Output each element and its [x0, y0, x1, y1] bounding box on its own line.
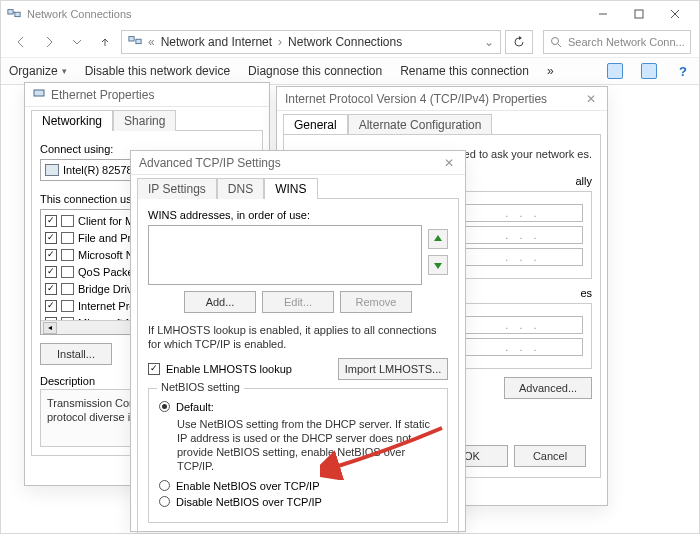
view-options-icon[interactable] — [607, 63, 623, 79]
maximize-button[interactable] — [621, 2, 657, 26]
explorer-addressbar: « Network and Internet › Network Connect… — [1, 27, 699, 57]
add-button[interactable]: Add... — [184, 291, 256, 313]
scroll-left-icon[interactable]: ◂ — [43, 322, 57, 334]
service-icon — [61, 266, 74, 278]
nic-icon — [33, 87, 45, 102]
preview-pane-icon[interactable] — [641, 63, 657, 79]
breadcrumb-leaf[interactable]: Network Connections — [288, 35, 402, 49]
ip-field: . . . — [463, 316, 583, 334]
help-icon[interactable]: ? — [675, 63, 691, 79]
refresh-button[interactable] — [505, 30, 533, 54]
tab-general[interactable]: General — [283, 114, 348, 135]
ip-field: . . . — [463, 204, 583, 222]
cmd-diagnose[interactable]: Diagnose this connection — [248, 64, 382, 78]
breadcrumb-icon — [128, 34, 142, 51]
explorer-title: Network Connections — [27, 8, 132, 20]
netbios-disable-label: Disable NetBIOS over TCP/IP — [176, 496, 322, 508]
move-down-button[interactable] — [428, 255, 448, 275]
enable-lmhosts-checkbox[interactable] — [148, 363, 160, 375]
svg-rect-6 — [34, 90, 44, 96]
svg-rect-2 — [635, 10, 643, 18]
breadcrumb-dropdown[interactable]: ⌄ — [484, 35, 494, 49]
tab-sharing[interactable]: Sharing — [113, 110, 176, 131]
service-icon — [61, 300, 74, 312]
wins-addresses-list[interactable] — [148, 225, 422, 285]
move-up-button[interactable] — [428, 229, 448, 249]
cancel-button[interactable]: Cancel — [514, 445, 586, 467]
breadcrumb[interactable]: « Network and Internet › Network Connect… — [121, 30, 501, 54]
tab-dns[interactable]: DNS — [217, 178, 264, 199]
netbios-enable-radio[interactable] — [159, 480, 170, 491]
adapter-icon — [45, 164, 59, 176]
tab-networking[interactable]: Networking — [31, 110, 113, 131]
ipv4-titlebar: Internet Protocol Version 4 (TCP/IPv4) P… — [277, 87, 607, 111]
nav-recent[interactable] — [65, 30, 89, 54]
explorer-titlebar: Network Connections — [1, 1, 699, 27]
network-connections-icon — [7, 7, 21, 21]
checkbox[interactable] — [45, 266, 57, 278]
checkbox[interactable] — [45, 300, 57, 312]
edit-button[interactable]: Edit... — [262, 291, 334, 313]
remove-button[interactable]: Remove — [340, 291, 412, 313]
advanced-tcpip-dialog: Advanced TCP/IP Settings ✕ IP Settings D… — [130, 150, 466, 532]
netbios-disable-radio[interactable] — [159, 496, 170, 507]
breadcrumb-root[interactable]: Network and Internet — [161, 35, 272, 49]
svg-point-5 — [552, 38, 559, 45]
nav-forward[interactable] — [37, 30, 61, 54]
dialog-title: Internet Protocol Version 4 (TCP/IPv4) P… — [285, 92, 547, 106]
advanced-button[interactable]: Advanced... — [504, 377, 592, 399]
ip-field: . . . — [463, 338, 583, 356]
netbios-enable-label: Enable NetBIOS over TCP/IP — [176, 480, 319, 492]
lmhosts-hint: If LMHOSTS lookup is enabled, it applies… — [148, 323, 448, 352]
close-icon[interactable]: ✕ — [441, 155, 457, 171]
svg-rect-0 — [8, 10, 13, 14]
service-icon — [61, 249, 74, 261]
checkbox[interactable] — [45, 232, 57, 244]
search-placeholder: Search Network Conn... — [568, 36, 685, 48]
cmd-overflow[interactable]: » — [547, 64, 554, 78]
cmd-organize[interactable]: Organize▾ — [9, 64, 67, 78]
netbios-default-label: Default: — [176, 401, 214, 413]
minimize-button[interactable] — [585, 2, 621, 26]
nav-back[interactable] — [9, 30, 33, 54]
search-input[interactable]: Search Network Conn... — [543, 30, 691, 54]
netbios-legend: NetBIOS setting — [157, 381, 244, 393]
netbios-group: NetBIOS setting Default: Use NetBIOS set… — [148, 388, 448, 523]
wins-addresses-label: WINS addresses, in order of use: — [148, 209, 448, 221]
nav-up[interactable] — [93, 30, 117, 54]
explorer-command-bar: Organize▾ Disable this network device Di… — [1, 57, 699, 85]
checkbox[interactable] — [45, 215, 57, 227]
obtain-dns-auto-label: es — [580, 287, 592, 299]
chevron-left-icon: « — [148, 35, 155, 49]
svg-rect-3 — [129, 36, 134, 40]
tab-ip-settings[interactable]: IP Settings — [137, 178, 217, 199]
enable-lmhosts-label: Enable LMHOSTS lookup — [166, 363, 292, 375]
service-icon — [61, 232, 74, 244]
svg-rect-4 — [136, 39, 141, 43]
adapter-name: Intel(R) 82578 — [63, 164, 133, 176]
ip-field: . . . — [463, 248, 583, 266]
import-lmhosts-button[interactable]: Import LMHOSTS... — [338, 358, 448, 380]
close-icon[interactable]: ✕ — [583, 91, 599, 107]
install-button[interactable]: Install... — [40, 343, 112, 365]
chevron-right-icon: › — [278, 35, 282, 49]
obtain-ip-auto-label: ally — [575, 175, 592, 187]
close-button[interactable] — [657, 2, 693, 26]
ethernet-properties-titlebar: Ethernet Properties — [25, 83, 269, 107]
netbios-default-desc: Use NetBIOS setting from the DHCP server… — [177, 417, 437, 474]
netbios-default-radio[interactable] — [159, 401, 170, 412]
tab-wins[interactable]: WINS — [264, 178, 317, 199]
dialog-title: Ethernet Properties — [51, 88, 154, 102]
dialog-title: Advanced TCP/IP Settings — [139, 156, 281, 170]
service-icon — [61, 283, 74, 295]
advanced-tcpip-titlebar: Advanced TCP/IP Settings ✕ — [131, 151, 465, 175]
cmd-rename[interactable]: Rename this connection — [400, 64, 529, 78]
search-icon — [550, 36, 562, 48]
checkbox[interactable] — [45, 249, 57, 261]
ip-field: . . . — [463, 226, 583, 244]
tab-alternate-configuration[interactable]: Alternate Configuration — [348, 114, 493, 135]
cmd-disable-device[interactable]: Disable this network device — [85, 64, 230, 78]
checkbox[interactable] — [45, 283, 57, 295]
service-icon — [61, 215, 74, 227]
svg-rect-1 — [15, 12, 20, 16]
